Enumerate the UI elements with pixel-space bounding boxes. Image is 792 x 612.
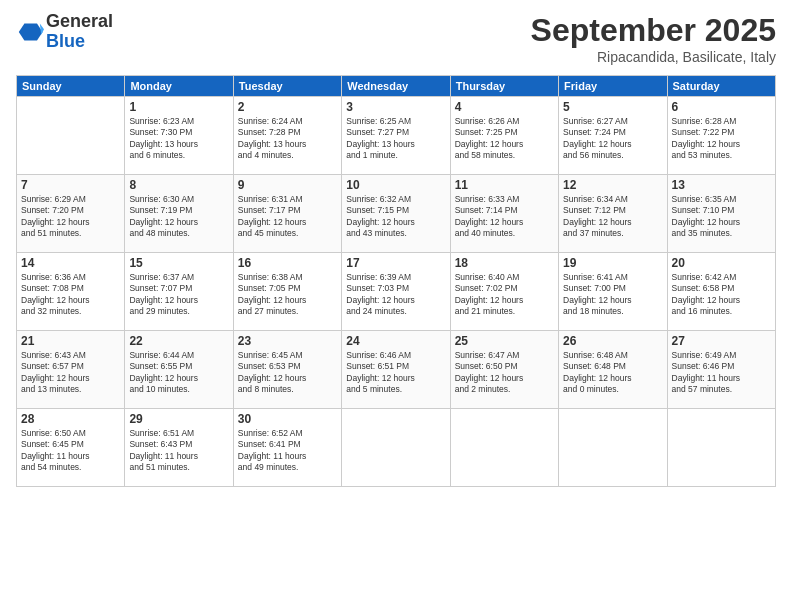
- day-number: 14: [21, 256, 120, 270]
- calendar-cell-w2d1: 15Sunrise: 6:37 AMSunset: 7:07 PMDayligh…: [125, 253, 233, 331]
- day-info: Sunrise: 6:46 AMSunset: 6:51 PMDaylight:…: [346, 350, 445, 396]
- day-number: 8: [129, 178, 228, 192]
- day-number: 12: [563, 178, 662, 192]
- day-number: 30: [238, 412, 337, 426]
- weekday-header-thursday: Thursday: [450, 76, 558, 97]
- day-number: 25: [455, 334, 554, 348]
- day-info: Sunrise: 6:24 AMSunset: 7:28 PMDaylight:…: [238, 116, 337, 162]
- calendar-cell-w4d3: [342, 409, 450, 487]
- day-info: Sunrise: 6:33 AMSunset: 7:14 PMDaylight:…: [455, 194, 554, 240]
- day-number: 3: [346, 100, 445, 114]
- calendar-cell-w4d4: [450, 409, 558, 487]
- day-info: Sunrise: 6:51 AMSunset: 6:43 PMDaylight:…: [129, 428, 228, 474]
- calendar-cell-w1d4: 11Sunrise: 6:33 AMSunset: 7:14 PMDayligh…: [450, 175, 558, 253]
- day-number: 1: [129, 100, 228, 114]
- calendar-cell-w3d0: 21Sunrise: 6:43 AMSunset: 6:57 PMDayligh…: [17, 331, 125, 409]
- calendar-cell-w2d6: 20Sunrise: 6:42 AMSunset: 6:58 PMDayligh…: [667, 253, 775, 331]
- calendar-cell-w0d6: 6Sunrise: 6:28 AMSunset: 7:22 PMDaylight…: [667, 97, 775, 175]
- day-number: 13: [672, 178, 771, 192]
- calendar-cell-w0d3: 3Sunrise: 6:25 AMSunset: 7:27 PMDaylight…: [342, 97, 450, 175]
- day-number: 27: [672, 334, 771, 348]
- day-number: 22: [129, 334, 228, 348]
- calendar-cell-w0d4: 4Sunrise: 6:26 AMSunset: 7:25 PMDaylight…: [450, 97, 558, 175]
- day-number: 19: [563, 256, 662, 270]
- day-info: Sunrise: 6:42 AMSunset: 6:58 PMDaylight:…: [672, 272, 771, 318]
- svg-marker-0: [19, 23, 43, 40]
- day-number: 26: [563, 334, 662, 348]
- day-info: Sunrise: 6:23 AMSunset: 7:30 PMDaylight:…: [129, 116, 228, 162]
- day-info: Sunrise: 6:31 AMSunset: 7:17 PMDaylight:…: [238, 194, 337, 240]
- calendar-cell-w3d2: 23Sunrise: 6:45 AMSunset: 6:53 PMDayligh…: [233, 331, 341, 409]
- day-number: 18: [455, 256, 554, 270]
- day-info: Sunrise: 6:50 AMSunset: 6:45 PMDaylight:…: [21, 428, 120, 474]
- day-info: Sunrise: 6:43 AMSunset: 6:57 PMDaylight:…: [21, 350, 120, 396]
- calendar-cell-w4d2: 30Sunrise: 6:52 AMSunset: 6:41 PMDayligh…: [233, 409, 341, 487]
- header: General Blue September 2025 Ripacandida,…: [16, 12, 776, 65]
- weekday-header-monday: Monday: [125, 76, 233, 97]
- day-info: Sunrise: 6:48 AMSunset: 6:48 PMDaylight:…: [563, 350, 662, 396]
- day-number: 7: [21, 178, 120, 192]
- calendar-cell-w2d2: 16Sunrise: 6:38 AMSunset: 7:05 PMDayligh…: [233, 253, 341, 331]
- calendar-cell-w1d2: 9Sunrise: 6:31 AMSunset: 7:17 PMDaylight…: [233, 175, 341, 253]
- logo-general: General: [46, 12, 113, 32]
- month-title: September 2025: [531, 12, 776, 49]
- calendar-cell-w3d5: 26Sunrise: 6:48 AMSunset: 6:48 PMDayligh…: [559, 331, 667, 409]
- day-number: 6: [672, 100, 771, 114]
- day-number: 20: [672, 256, 771, 270]
- calendar-cell-w0d2: 2Sunrise: 6:24 AMSunset: 7:28 PMDaylight…: [233, 97, 341, 175]
- day-info: Sunrise: 6:38 AMSunset: 7:05 PMDaylight:…: [238, 272, 337, 318]
- day-info: Sunrise: 6:36 AMSunset: 7:08 PMDaylight:…: [21, 272, 120, 318]
- logo: General Blue: [16, 12, 113, 52]
- day-info: Sunrise: 6:52 AMSunset: 6:41 PMDaylight:…: [238, 428, 337, 474]
- day-number: 4: [455, 100, 554, 114]
- day-number: 11: [455, 178, 554, 192]
- calendar-cell-w3d3: 24Sunrise: 6:46 AMSunset: 6:51 PMDayligh…: [342, 331, 450, 409]
- weekday-header-saturday: Saturday: [667, 76, 775, 97]
- page: General Blue September 2025 Ripacandida,…: [0, 0, 792, 612]
- day-info: Sunrise: 6:34 AMSunset: 7:12 PMDaylight:…: [563, 194, 662, 240]
- calendar-cell-w2d3: 17Sunrise: 6:39 AMSunset: 7:03 PMDayligh…: [342, 253, 450, 331]
- day-number: 29: [129, 412, 228, 426]
- calendar-cell-w4d1: 29Sunrise: 6:51 AMSunset: 6:43 PMDayligh…: [125, 409, 233, 487]
- day-info: Sunrise: 6:47 AMSunset: 6:50 PMDaylight:…: [455, 350, 554, 396]
- day-info: Sunrise: 6:41 AMSunset: 7:00 PMDaylight:…: [563, 272, 662, 318]
- day-info: Sunrise: 6:49 AMSunset: 6:46 PMDaylight:…: [672, 350, 771, 396]
- day-number: 24: [346, 334, 445, 348]
- calendar-cell-w2d4: 18Sunrise: 6:40 AMSunset: 7:02 PMDayligh…: [450, 253, 558, 331]
- day-number: 15: [129, 256, 228, 270]
- day-info: Sunrise: 6:40 AMSunset: 7:02 PMDaylight:…: [455, 272, 554, 318]
- day-number: 17: [346, 256, 445, 270]
- calendar-cell-w3d1: 22Sunrise: 6:44 AMSunset: 6:55 PMDayligh…: [125, 331, 233, 409]
- day-number: 9: [238, 178, 337, 192]
- calendar-cell-w4d0: 28Sunrise: 6:50 AMSunset: 6:45 PMDayligh…: [17, 409, 125, 487]
- day-info: Sunrise: 6:45 AMSunset: 6:53 PMDaylight:…: [238, 350, 337, 396]
- day-info: Sunrise: 6:27 AMSunset: 7:24 PMDaylight:…: [563, 116, 662, 162]
- day-info: Sunrise: 6:44 AMSunset: 6:55 PMDaylight:…: [129, 350, 228, 396]
- calendar-cell-w2d0: 14Sunrise: 6:36 AMSunset: 7:08 PMDayligh…: [17, 253, 125, 331]
- weekday-header-tuesday: Tuesday: [233, 76, 341, 97]
- calendar-cell-w0d0: [17, 97, 125, 175]
- day-info: Sunrise: 6:37 AMSunset: 7:07 PMDaylight:…: [129, 272, 228, 318]
- logo-text: General Blue: [46, 12, 113, 52]
- calendar-cell-w1d3: 10Sunrise: 6:32 AMSunset: 7:15 PMDayligh…: [342, 175, 450, 253]
- day-info: Sunrise: 6:25 AMSunset: 7:27 PMDaylight:…: [346, 116, 445, 162]
- title-block: September 2025 Ripacandida, Basilicate, …: [531, 12, 776, 65]
- day-number: 28: [21, 412, 120, 426]
- day-info: Sunrise: 6:29 AMSunset: 7:20 PMDaylight:…: [21, 194, 120, 240]
- calendar-cell-w1d0: 7Sunrise: 6:29 AMSunset: 7:20 PMDaylight…: [17, 175, 125, 253]
- day-info: Sunrise: 6:28 AMSunset: 7:22 PMDaylight:…: [672, 116, 771, 162]
- logo-icon: [16, 18, 44, 46]
- calendar-cell-w1d1: 8Sunrise: 6:30 AMSunset: 7:19 PMDaylight…: [125, 175, 233, 253]
- calendar-cell-w3d6: 27Sunrise: 6:49 AMSunset: 6:46 PMDayligh…: [667, 331, 775, 409]
- day-info: Sunrise: 6:39 AMSunset: 7:03 PMDaylight:…: [346, 272, 445, 318]
- calendar: SundayMondayTuesdayWednesdayThursdayFrid…: [16, 75, 776, 487]
- day-info: Sunrise: 6:26 AMSunset: 7:25 PMDaylight:…: [455, 116, 554, 162]
- day-number: 2: [238, 100, 337, 114]
- day-number: 21: [21, 334, 120, 348]
- calendar-cell-w3d4: 25Sunrise: 6:47 AMSunset: 6:50 PMDayligh…: [450, 331, 558, 409]
- weekday-header-wednesday: Wednesday: [342, 76, 450, 97]
- location: Ripacandida, Basilicate, Italy: [531, 49, 776, 65]
- calendar-cell-w4d5: [559, 409, 667, 487]
- calendar-cell-w2d5: 19Sunrise: 6:41 AMSunset: 7:00 PMDayligh…: [559, 253, 667, 331]
- calendar-cell-w1d5: 12Sunrise: 6:34 AMSunset: 7:12 PMDayligh…: [559, 175, 667, 253]
